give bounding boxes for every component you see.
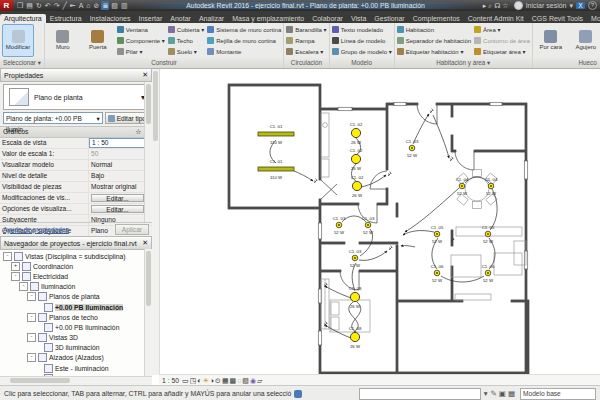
fixture-watts[interactable]: 110 W — [270, 140, 283, 145]
tree-item-0-00-pb-iluminaci-n[interactable]: +0.00 PB Iluminación — [0, 322, 152, 332]
fixture-c1-02[interactable]: C1. 0226 W — [350, 148, 363, 171]
property-value-nivel-de-detalle[interactable]: Bajo — [89, 171, 152, 181]
rendering-icon[interactable]: ⊙ — [215, 377, 221, 384]
button-l-nea-de-modelo[interactable]: Línea de modelo — [332, 36, 392, 46]
fixture-c1-02[interactable]: C1. 0226 W — [350, 122, 363, 145]
show-crop-icon[interactable]: ▩ — [230, 377, 237, 384]
tab-instalaciones[interactable]: Instalaciones — [86, 14, 135, 23]
button-modificar[interactable]: Modificar — [2, 24, 34, 57]
design-option-combobox[interactable] — [359, 388, 481, 400]
fixture-tag[interactable]: C1. 03 — [333, 216, 346, 221]
fixture-c1-04[interactable]: C1. 0452 W — [485, 177, 498, 196]
fixture-tag[interactable]: C1. 05 — [431, 225, 444, 230]
instance-selector[interactable]: Plano de planta: +0.00 PB ilumin▾ — [3, 112, 103, 124]
lock-view-icon[interactable]: ◌ — [237, 377, 241, 384]
sign-in-caret-icon[interactable]: ▾ — [569, 2, 573, 10]
panel-title[interactable]: Seleccionar ▾ — [0, 58, 44, 68]
wiring[interactable] — [270, 114, 497, 338]
search-icon[interactable]: ⌕ — [488, 2, 492, 9]
switch-windows-icon[interactable]: ▥ — [120, 1, 129, 10]
fixture-watts[interactable]: 26 W — [351, 140, 362, 145]
tree-item-iluminaci-n[interactable]: -Iluminación — [0, 282, 152, 292]
play-icon[interactable]: ▸ — [483, 2, 487, 9]
floor-plan[interactable]: C1. 01110 WC1. 01110 WC1. 0226 WC1. 0226… — [152, 69, 600, 386]
fixture-c1-04[interactable]: C1. 0452 W — [456, 177, 469, 196]
expander-icon[interactable]: - — [27, 313, 36, 322]
tab-masa-y-emplazamiento[interactable]: Masa y emplazamiento — [228, 14, 308, 23]
exclude-options-icon[interactable]: ▣ — [499, 389, 506, 398]
button-puerta[interactable]: Puerta — [82, 24, 114, 57]
editable-only-icon[interactable]: ✎ — [491, 389, 497, 398]
close-hidden-icon[interactable]: ▧ — [110, 1, 119, 10]
button-agujero[interactable]: Agujero — [570, 24, 600, 57]
measure-icon[interactable]: ╱ — [62, 1, 68, 10]
save-icon[interactable]: ▤ — [25, 1, 34, 10]
undo-icon[interactable]: ↶ — [44, 1, 52, 10]
fixture-watts[interactable]: 52 W — [483, 239, 494, 244]
button-escalera[interactable]: Escalera ▾ — [286, 47, 326, 57]
tree-item-este-iluminaci-n[interactable]: Este - iluminación — [0, 363, 152, 373]
button-habitaci-n[interactable]: Habitación — [397, 25, 471, 35]
sign-in-button[interactable]: Iniciar sesión — [526, 2, 567, 9]
property-value-modificaciones-de-vis[interactable]: Editar... — [91, 194, 144, 202]
visual-style-icon[interactable]: ◐ — [197, 377, 201, 384]
fixture-watts[interactable]: 26 W — [352, 193, 363, 198]
fixture-tag[interactable]: C1. 02 — [351, 175, 364, 180]
fixture-tag[interactable]: C1. 04 — [456, 177, 469, 182]
properties-help-link[interactable]: Ayuda de propiedades — [3, 226, 69, 233]
button-rampa[interactable]: Rampa — [286, 36, 326, 46]
text-icon[interactable]: A — [78, 1, 85, 10]
properties-close-icon[interactable]: ✕ — [142, 71, 148, 79]
fixture-c1-06[interactable]: C1. 0652 W — [431, 264, 444, 283]
property-value-opciones-de-visualiza[interactable]: Editar... — [91, 205, 144, 213]
panel-title[interactable]: Construir — [45, 58, 283, 68]
tab-estructura[interactable]: Estructura — [46, 14, 86, 23]
fixture-c1-08[interactable]: C1. 0826 W — [349, 286, 362, 309]
button-ventana[interactable]: Ventana — [117, 25, 165, 35]
panel-title[interactable]: Habitación y área ▾ — [395, 58, 532, 68]
fixture-c1-03[interactable]: C1. 0352 W — [406, 139, 419, 158]
fixture-c1-02[interactable]: C1. 0226 W — [351, 175, 364, 198]
fixture-c1-01[interactable]: C1. 01110 W — [258, 124, 294, 145]
button-pilar[interactable]: Pilar ▾ — [117, 47, 165, 57]
button-texto-modelado[interactable]: Texto modelado — [332, 25, 392, 35]
property-value-escala-de-vista[interactable]: 1 : 50 — [89, 138, 152, 148]
fixture-tag[interactable]: C1. 06 — [482, 264, 495, 269]
button-componente[interactable]: Componente ▾ — [117, 36, 165, 46]
fixture-tag[interactable]: C1. 03 — [406, 139, 419, 144]
drawing-area[interactable]: C1. 01110 WC1. 01110 WC1. 0226 WC1. 0226… — [152, 68, 600, 386]
tree-item-electricidad[interactable]: -Electricidad — [0, 271, 152, 281]
thin-lines-icon[interactable]: ≣ — [101, 1, 109, 10]
properties-scrollbar[interactable] — [144, 82, 152, 222]
panel-title[interactable]: Hueco — [533, 58, 600, 68]
fixture-watts[interactable]: 26 W — [351, 166, 362, 171]
tree-item-planos-de-techo[interactable]: -Planos de techo — [0, 312, 152, 322]
tree-item-0-00-pb-iluminaci-n[interactable]: +0.00 PB Iluminación — [0, 302, 152, 312]
expander-icon[interactable]: - — [27, 292, 36, 301]
section-icon[interactable]: ⊘ — [93, 1, 101, 10]
fixture-c1-06[interactable]: C1. 0652 W — [482, 264, 495, 283]
fixture-watts[interactable]: 52 W — [350, 263, 361, 268]
fixture-c1-03[interactable]: C1. 0352 W — [349, 249, 362, 268]
button-contorno-de-rea[interactable]: Contorno de área — [474, 36, 530, 46]
fixture-watts[interactable]: 52 W — [363, 230, 374, 235]
expander-icon[interactable]: - — [3, 252, 12, 261]
property-value-visualizar-modelo[interactable]: Normal — [89, 160, 152, 170]
fixture-tag[interactable]: C1. 01 — [270, 159, 283, 164]
fixture-watts[interactable]: 52 W — [457, 191, 468, 196]
type-selector[interactable]: Plano de planta ▾ — [3, 84, 149, 110]
button-techo[interactable]: Techo — [168, 36, 204, 46]
tree-item-planos-de-planta[interactable]: -Planos de planta — [0, 292, 152, 302]
fixture-watts[interactable]: 52 W — [407, 153, 418, 158]
button-grupo-de-modelo[interactable]: Grupo de modelo ▾ — [332, 47, 392, 57]
browser-hscrollbar[interactable] — [0, 376, 152, 385]
crop-view-icon[interactable]: ▦ — [222, 377, 229, 384]
tab-anotar[interactable]: Anotar — [166, 14, 195, 23]
apply-button[interactable]: Aplicar — [115, 224, 149, 235]
workset-field[interactable]: Modelo base — [520, 388, 596, 400]
fixture-watts[interactable]: 26 W — [350, 344, 361, 349]
button-rejilla-de-muro-cortina[interactable]: Rejilla de muro cortina — [207, 36, 281, 46]
fixture-tag[interactable]: C1. 03 — [349, 249, 362, 254]
tree-item-coordinaci-n[interactable]: +Coordinación — [0, 261, 152, 271]
fixture-tag[interactable]: C1. 04 — [485, 177, 498, 182]
